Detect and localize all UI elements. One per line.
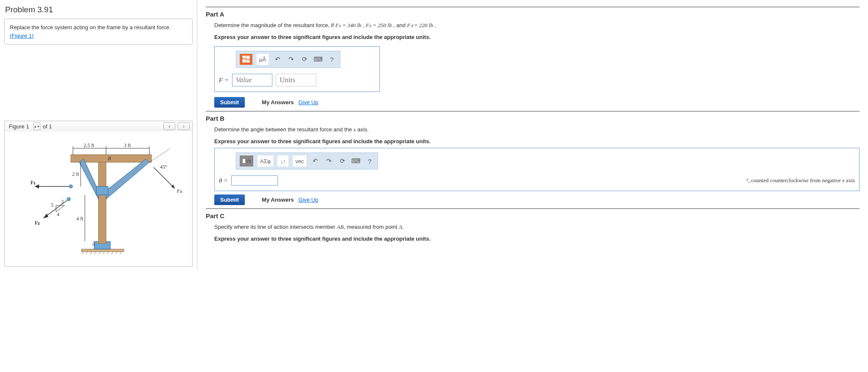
svg-rect-48 <box>246 56 249 59</box>
svg-line-28 <box>149 148 171 162</box>
svg-line-6 <box>103 252 105 254</box>
svg-rect-50 <box>246 60 249 62</box>
figure-svg: 2.5 ft 3 ft 2 ft 4 ft 45° F₃ <box>9 136 188 263</box>
svg-line-10 <box>120 252 122 254</box>
part-a-desc: Determine the magnitude of the resultant… <box>214 21 860 30</box>
subscript-arrows-button[interactable]: ↓↑ <box>277 155 288 167</box>
part-a-submit-button[interactable]: Submit <box>214 97 245 108</box>
part-b-value-input[interactable] <box>231 175 278 186</box>
svg-line-5 <box>98 252 101 254</box>
svg-point-44 <box>67 197 70 201</box>
svg-text:45°: 45° <box>160 164 167 170</box>
part-b-title: Part B <box>206 115 860 122</box>
svg-rect-47 <box>243 56 246 58</box>
part-b-answer-box: √x ΑΣφ ↓↑ vec ↶ ↷ ⟳ ⌨ ? θ = °, counted c… <box>214 148 860 191</box>
figure-nav-bar: Figure 1 ▲▼ of 1 ‹ › <box>4 121 193 131</box>
part-a-units-input[interactable] <box>276 74 316 86</box>
svg-marker-14 <box>106 159 149 199</box>
svg-rect-49 <box>243 59 246 62</box>
redo-icon[interactable]: ↷ <box>286 55 296 64</box>
help-icon[interactable]: ? <box>327 55 336 64</box>
svg-text:3 ft: 3 ft <box>124 142 131 148</box>
part-c-title: Part C <box>206 212 860 219</box>
help-icon[interactable]: ? <box>365 156 374 166</box>
svg-text:A: A <box>92 241 95 247</box>
svg-line-4 <box>94 252 96 254</box>
greek-button[interactable]: ΑΣφ <box>258 155 273 167</box>
part-a-instr: Express your answer to three significant… <box>214 33 860 42</box>
svg-text:√x: √x <box>246 158 251 164</box>
part-c-instr: Express your answer to three significant… <box>214 235 860 243</box>
svg-rect-16 <box>96 186 108 195</box>
keyboard-icon[interactable]: ⌨ <box>351 156 361 166</box>
svg-point-43 <box>69 185 73 188</box>
undo-icon[interactable]: ↶ <box>273 55 282 64</box>
part-a-answer-box: μÅ ↶ ↷ ⟳ ⌨ ? F = <box>214 46 380 92</box>
figure-link[interactable]: (Figure 1) <box>10 33 34 39</box>
reset-icon[interactable]: ⟳ <box>300 55 309 64</box>
reset-icon[interactable]: ⟳ <box>338 156 347 166</box>
part-a-var-label: F = <box>219 77 229 84</box>
svg-text:5: 5 <box>51 202 53 208</box>
undo-icon[interactable]: ↶ <box>311 156 320 166</box>
part-b-instr: Express your answer to three significant… <box>214 137 860 146</box>
svg-text:2 ft: 2 ft <box>72 171 79 177</box>
svg-marker-31 <box>171 184 175 189</box>
part-b-var-label: θ = <box>219 177 228 184</box>
part-a-value-input[interactable] <box>232 74 272 86</box>
svg-text:4 ft: 4 ft <box>76 216 84 222</box>
part-b-toolbar: √x ΑΣφ ↓↑ vec ↶ ↷ ⟳ ⌨ ? <box>236 153 378 169</box>
svg-line-7 <box>107 252 109 254</box>
svg-text:F₃: F₃ <box>177 188 182 194</box>
svg-text:F₂: F₂ <box>35 220 40 226</box>
svg-rect-12 <box>98 161 106 244</box>
svg-text:3: 3 <box>61 199 64 205</box>
problem-statement-box: Replace the force system acting on the f… <box>4 19 193 44</box>
svg-text:2.5 ft: 2.5 ft <box>84 142 95 148</box>
figure-prev-button[interactable]: ‹ <box>163 122 175 130</box>
problem-statement: Replace the force system acting on the f… <box>10 24 171 31</box>
svg-text:B: B <box>108 155 111 161</box>
figure-stepper[interactable]: ▲▼ <box>34 122 40 130</box>
part-b-submit-button[interactable]: Submit <box>214 194 245 205</box>
part-c-desc: Specify where its line of action interse… <box>214 223 860 231</box>
svg-line-3 <box>90 252 92 254</box>
figure-label: Figure 1 <box>7 123 31 130</box>
templates-icon[interactable] <box>240 54 252 65</box>
part-a-give-up-link[interactable]: Give Up <box>298 99 318 105</box>
part-b-my-answers: My Answers <box>262 197 294 203</box>
units-mu-a-button[interactable]: μÅ <box>257 54 269 65</box>
svg-line-2 <box>86 252 88 254</box>
sqrt-x-icon[interactable]: √x <box>240 155 253 167</box>
part-a-toolbar: μÅ ↶ ↷ ⟳ ⌨ ? <box>236 51 340 68</box>
part-a-my-answers: My Answers <box>262 99 294 105</box>
svg-text:F₁: F₁ <box>31 180 36 186</box>
svg-rect-0 <box>81 249 124 252</box>
redo-icon[interactable]: ↷ <box>324 156 333 166</box>
figure-next-button[interactable]: › <box>178 122 190 130</box>
part-b-desc: Determine the angle between the resultan… <box>214 125 860 134</box>
keyboard-icon[interactable]: ⌨ <box>314 55 323 64</box>
problem-title: Problem 3.91 <box>4 3 193 19</box>
figure-of-text: of 1 <box>43 123 52 130</box>
svg-line-30 <box>154 167 175 189</box>
svg-line-1 <box>81 252 84 254</box>
svg-marker-39 <box>56 205 64 212</box>
part-a-title: Part A <box>206 11 860 18</box>
svg-line-9 <box>115 252 118 254</box>
svg-marker-37 <box>43 214 48 218</box>
svg-text:4: 4 <box>57 211 59 217</box>
figure-body: 2.5 ft 3 ft 2 ft 4 ft 45° F₃ <box>4 131 193 267</box>
svg-rect-51 <box>243 159 245 163</box>
svg-line-8 <box>111 252 113 254</box>
part-b-suffix: °, counted counterclockwise from negativ… <box>746 177 855 184</box>
part-b-give-up-link[interactable]: Give Up <box>298 197 318 203</box>
svg-marker-15 <box>79 159 98 199</box>
vec-button[interactable]: vec <box>293 155 306 167</box>
